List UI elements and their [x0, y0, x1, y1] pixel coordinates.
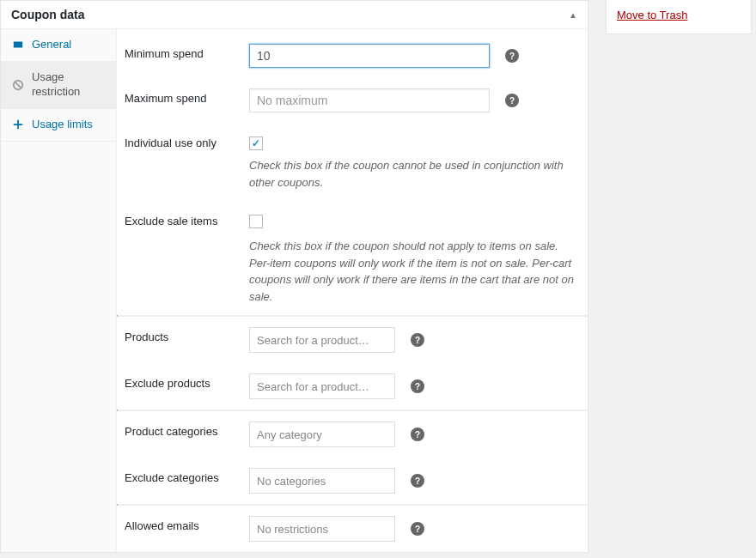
field-products: Products Search for a product… ?: [117, 317, 588, 363]
field-label: Exclude products: [125, 373, 249, 390]
move-to-trash-link[interactable]: Move to Trash: [617, 9, 687, 21]
ban-icon: [11, 79, 25, 91]
panel-header[interactable]: Coupon data ▲: [1, 1, 588, 29]
field-label: Products: [125, 327, 249, 343]
field-minimum-spend: Minimum spend ?: [117, 29, 588, 78]
tab-label: General: [32, 38, 71, 52]
maximum-spend-input[interactable]: [249, 88, 490, 112]
field-product-categories: Product categories Any category ?: [117, 411, 588, 458]
individual-use-checkbox[interactable]: [249, 136, 263, 150]
field-description: Check this box if the coupon cannot be u…: [249, 157, 576, 191]
tab-label: Usage limits: [32, 118, 93, 132]
tab-usage-restriction[interactable]: Usage restriction: [1, 62, 116, 109]
field-label: Product categories: [125, 422, 249, 438]
sliders-icon: [11, 118, 25, 130]
field-label: Allowed emails: [125, 516, 249, 532]
help-icon[interactable]: ?: [505, 49, 519, 63]
products-select[interactable]: Search for a product…: [249, 327, 395, 353]
field-label: Exclude sale items: [125, 211, 249, 227]
field-label: Maximum spend: [125, 88, 249, 105]
exclude-products-select[interactable]: Search for a product…: [249, 373, 395, 399]
help-icon[interactable]: ?: [411, 379, 424, 393]
field-label: Minimum spend: [125, 44, 249, 60]
help-icon[interactable]: ?: [411, 428, 424, 441]
tab-content: Minimum spend ? Maximum spend ?: [117, 29, 588, 552]
tab-usage-limits[interactable]: Usage limits: [1, 109, 116, 142]
field-maximum-spend: Maximum spend ?: [117, 78, 588, 123]
exclude-sale-checkbox[interactable]: [249, 215, 263, 228]
exclude-categories-select[interactable]: No categories: [249, 468, 395, 494]
field-exclude-products: Exclude products Search for a product… ?: [117, 363, 588, 409]
product-categories-select[interactable]: Any category: [249, 422, 395, 447]
help-icon[interactable]: ?: [505, 94, 519, 107]
tab-general[interactable]: General: [1, 29, 116, 62]
settings-tabs: General Usage restriction Usage limits: [1, 29, 117, 552]
svg-line-1: [15, 82, 21, 88]
field-label: Individual use only: [125, 133, 249, 149]
tab-label: Usage restriction: [32, 70, 106, 100]
field-individual-use: Individual use only Check this box if th…: [117, 123, 588, 201]
help-icon[interactable]: ?: [411, 522, 424, 536]
field-allowed-emails: Allowed emails No restrictions ?: [117, 506, 588, 552]
panel-title: Coupon data: [11, 8, 85, 21]
field-exclude-sale-items: Exclude sale items Check this box if the…: [117, 201, 588, 315]
ticket-icon: [11, 39, 25, 51]
field-description: Check this box if the coupon should not …: [249, 238, 576, 305]
allowed-emails-input[interactable]: No restrictions: [249, 516, 395, 542]
help-icon[interactable]: ?: [411, 474, 424, 488]
field-label: Exclude categories: [125, 468, 249, 484]
help-icon[interactable]: ?: [411, 333, 424, 347]
publish-actions: Move to Trash: [606, 0, 752, 34]
field-exclude-categories: Exclude categories No categories ?: [117, 458, 588, 504]
minimum-spend-input[interactable]: [249, 44, 490, 68]
coupon-data-panel: Coupon data ▲ General Usage restriction: [0, 0, 588, 553]
collapse-icon: ▲: [569, 10, 577, 20]
